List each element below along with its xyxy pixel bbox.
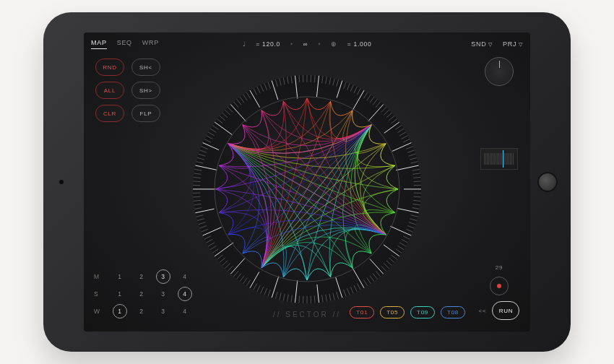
tab-seq[interactable]: SEQ (117, 39, 132, 49)
sector-map[interactable] (188, 70, 426, 308)
track-tag[interactable]: T08 (441, 306, 465, 318)
left-action-grid: RND ALL CLR SH< SH> FLP (95, 58, 160, 122)
shift-left-button[interactable]: SH< (131, 58, 160, 76)
top-right-menus: SND▽ PRJ▽ (471, 40, 523, 48)
tab-wrp[interactable]: WRP (142, 39, 159, 49)
rnd-button[interactable]: RND (95, 58, 124, 76)
rewind-button[interactable]: << (479, 308, 487, 314)
rec-counter: 29 (496, 264, 503, 271)
clr-button[interactable]: CLR (95, 105, 124, 122)
chevron-down-icon: ▽ (488, 42, 493, 48)
record-button[interactable] (490, 277, 509, 295)
msw-cell[interactable]: 3 (156, 304, 170, 318)
msw-cell[interactable]: 2 (134, 287, 149, 301)
view-tabs: MAP SEQ WRP (91, 39, 159, 49)
run-row: << RUN (479, 301, 520, 320)
msw-cell[interactable]: 2 (134, 269, 149, 284)
transport: 29 << RUN (479, 264, 520, 320)
chevron-down-icon: ▽ (519, 42, 523, 48)
msw-cell[interactable]: 1 (113, 304, 127, 318)
sector-svg (188, 70, 426, 308)
msw-grid: M1234S1234W1234 (94, 269, 195, 318)
waveform-thumbnail[interactable] (480, 148, 518, 170)
left-col-2: SH< SH> FLP (131, 58, 160, 122)
msw-cell[interactable]: 1 (113, 287, 127, 301)
tab-map[interactable]: MAP (91, 39, 107, 49)
msw-cell[interactable]: 3 (156, 287, 170, 301)
ipad-frame: MAP SEQ WRP ♩ = 120.0 • ∞ • ⊕ = 1.000 SN… (43, 12, 571, 352)
msw-cell[interactable]: 2 (134, 304, 149, 318)
app-screen: MAP SEQ WRP ♩ = 120.0 • ∞ • ⊕ = 1.000 SN… (84, 32, 530, 332)
all-button[interactable]: ALL (95, 82, 124, 99)
shift-right-button[interactable]: SH> (131, 82, 160, 99)
left-col-1: RND ALL CLR (95, 58, 124, 122)
msw-cell[interactable]: 1 (113, 269, 127, 284)
track-tag[interactable]: T09 (410, 306, 435, 318)
separator-dot: • (290, 40, 293, 48)
tempo-value[interactable]: = 120.0 (256, 40, 280, 48)
metronome-icon: ♩ (243, 40, 246, 48)
msw-row-label: M (94, 273, 108, 280)
flip-button[interactable]: FLP (131, 105, 160, 122)
run-button[interactable]: RUN (492, 301, 519, 320)
record-icon (497, 284, 501, 288)
msw-row-label: S (94, 290, 108, 298)
top-center-readout: ♩ = 120.0 • ∞ • ⊕ = 1.000 (243, 40, 372, 48)
track-tags: T01T05T09T08 (350, 306, 465, 318)
track-tag[interactable]: T05 (380, 306, 405, 318)
link-icon[interactable]: ∞ (303, 40, 308, 48)
top-bar: MAP SEQ WRP ♩ = 120.0 • ∞ • ⊕ = 1.000 SN… (91, 37, 523, 51)
ratio-value[interactable]: = 1.000 (347, 40, 372, 48)
sector-title: // SECTOR // (273, 311, 341, 318)
snd-menu[interactable]: SND▽ (471, 40, 493, 48)
wheel-icon: ⊕ (331, 40, 337, 48)
prj-menu[interactable]: PRJ▽ (503, 40, 523, 48)
gain-knob[interactable] (485, 57, 514, 86)
right-column: 29 << RUN (478, 56, 520, 320)
msw-row-label: W (94, 308, 108, 315)
separator-dot-2: • (318, 40, 321, 48)
track-tag[interactable]: T01 (350, 306, 374, 318)
msw-cell[interactable]: 3 (156, 269, 170, 284)
